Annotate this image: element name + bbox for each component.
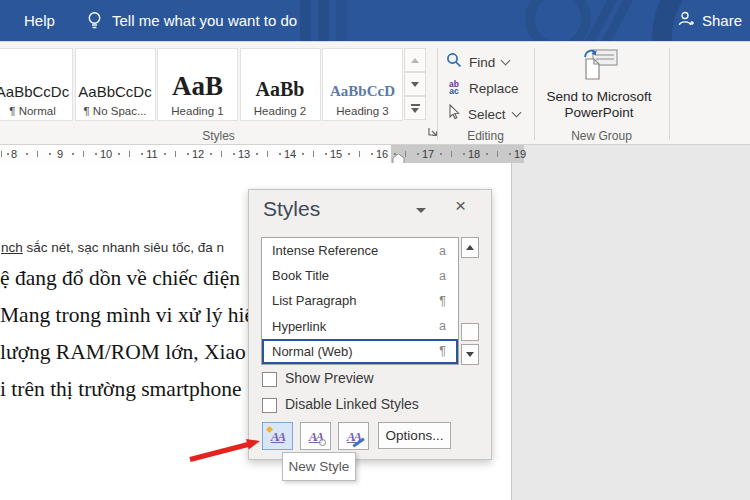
chevron-down-icon bbox=[501, 56, 511, 66]
ruler-tick bbox=[175, 151, 176, 157]
chevron-down-icon bbox=[411, 108, 419, 113]
style-list-item-list-paragraph[interactable]: List Paragraph¶ bbox=[262, 288, 458, 313]
title-bar: Help Tell me what you want to do Share bbox=[0, 0, 750, 41]
ruler-number: 17 bbox=[422, 148, 434, 160]
ruler-number: 16 bbox=[376, 148, 388, 160]
style-gallery-item-normal[interactable]: AaBbCcDc¶ Normal bbox=[0, 48, 73, 121]
scrollbar-thumb[interactable] bbox=[461, 323, 479, 341]
ruler-tick bbox=[7, 153, 9, 155]
ruler-tick bbox=[95, 153, 97, 155]
titlebar-decoration bbox=[318, 0, 329, 41]
paragraph-style-mark: ¶ bbox=[439, 294, 446, 308]
send-to-powerpoint-label: Send to Microsoft PowerPoint bbox=[538, 89, 660, 121]
chevron-down-icon bbox=[511, 108, 521, 118]
style-name: List Paragraph bbox=[272, 293, 357, 308]
document-text-line[interactable]: nch sắc nét, sạc nhanh siêu tốc, đa n bbox=[1, 240, 224, 255]
titlebar-decoration bbox=[525, 0, 591, 41]
chevron-down-icon bbox=[411, 82, 419, 87]
style-list-item-book-title[interactable]: Book Titlea bbox=[262, 263, 458, 288]
ruler-tick bbox=[118, 153, 120, 155]
disable-linked-styles-label: Disable Linked Styles bbox=[285, 396, 419, 412]
style-gallery-item-heading-3[interactable]: AaBbCcDHeading 3 bbox=[322, 48, 403, 121]
style-gallery-item-heading-1[interactable]: AaBHeading 1 bbox=[157, 48, 238, 121]
ruler-number: 19 bbox=[514, 148, 526, 160]
ruler-tick bbox=[37, 151, 38, 157]
ruler-tick bbox=[463, 153, 465, 155]
gallery-more-button[interactable] bbox=[404, 96, 426, 120]
ruler-tick bbox=[359, 151, 360, 157]
select-label: Select bbox=[468, 107, 506, 122]
disable-linked-styles-checkbox[interactable] bbox=[262, 398, 277, 413]
ruler-number: 11 bbox=[146, 148, 157, 160]
style-name: Book Title bbox=[272, 268, 329, 283]
ruler-tick bbox=[233, 153, 235, 155]
tab-help[interactable]: Help bbox=[24, 0, 55, 41]
chevron-down-icon bbox=[466, 352, 474, 357]
find-label: Find bbox=[469, 55, 495, 70]
styles-group-label: Styles bbox=[0, 129, 437, 143]
send-to-powerpoint-button[interactable]: Send to Microsoft PowerPoint bbox=[538, 47, 660, 133]
style-list-item-intense-reference[interactable]: Intense Referencea bbox=[262, 238, 458, 263]
hyperlink-text[interactable]: nch bbox=[1, 240, 23, 255]
document-text-line[interactable]: lượng RAM/ROM lớn, Xiao bbox=[0, 340, 246, 365]
share-label: Share bbox=[702, 12, 742, 29]
style-label: ¶ No Spac... bbox=[83, 105, 146, 117]
ruler-tick bbox=[486, 153, 488, 155]
document-text-line[interactable]: Mang trong mình vi xử lý hiệu bbox=[0, 303, 265, 328]
manage-styles-button[interactable]: AA bbox=[338, 422, 369, 450]
ruler-tick bbox=[405, 151, 406, 157]
share-button[interactable]: Share bbox=[677, 0, 742, 41]
find-button[interactable]: Find bbox=[446, 51, 509, 73]
ruler-tick bbox=[187, 153, 189, 155]
style-label: Heading 3 bbox=[336, 105, 388, 117]
style-list-item-normal-web[interactable]: Normal (Web)¶ bbox=[262, 339, 458, 364]
new-group-label: New Group bbox=[534, 129, 669, 143]
ruler-tick bbox=[497, 151, 498, 157]
ruler-tick bbox=[267, 151, 268, 157]
group-divider bbox=[534, 48, 535, 140]
ruler-tick bbox=[256, 153, 258, 155]
ruler-tick bbox=[26, 153, 28, 155]
ruler-tick bbox=[210, 153, 212, 155]
send-to-powerpoint-icon bbox=[579, 47, 619, 85]
gallery-scroll-up-button[interactable] bbox=[404, 48, 426, 72]
ruler-tick bbox=[1, 151, 2, 157]
character-style-mark: a bbox=[439, 319, 446, 333]
style-gallery-item-no-spac[interactable]: AaBbCcDc¶ No Spac... bbox=[75, 48, 156, 121]
replace-button[interactable]: ab ac Replace bbox=[446, 77, 519, 99]
chevron-up-icon bbox=[411, 58, 419, 63]
chevron-up-icon bbox=[466, 245, 474, 250]
scroll-up-button[interactable] bbox=[461, 237, 479, 258]
ruler-tick bbox=[279, 153, 281, 155]
ruler-number: 13 bbox=[238, 148, 250, 160]
document-text-line[interactable]: ệ đang đổ dồn về chiếc điện bbox=[0, 266, 240, 291]
ruler-tick bbox=[164, 153, 166, 155]
style-preview: AaBbCcDc bbox=[0, 84, 69, 100]
ruler-number: 14 bbox=[284, 148, 296, 160]
show-preview-label: Show Preview bbox=[285, 370, 374, 386]
document-text-line[interactable]: i trên thị trường smartphone bbox=[0, 377, 242, 402]
ruler-tick bbox=[72, 153, 74, 155]
style-list-scrollbar bbox=[461, 237, 479, 365]
lightbulb-icon bbox=[86, 10, 103, 35]
select-button[interactable]: Select bbox=[446, 103, 520, 125]
ruler-tick bbox=[221, 151, 222, 157]
ruler-tick bbox=[129, 151, 130, 157]
gallery-scroll-down-button[interactable] bbox=[404, 72, 426, 96]
close-icon[interactable]: × bbox=[455, 195, 466, 217]
pane-menu-chevron-icon[interactable] bbox=[416, 208, 426, 213]
titlebar-decoration bbox=[300, 0, 311, 41]
magnifier-icon bbox=[319, 439, 326, 446]
style-inspector-button[interactable]: AA bbox=[300, 422, 331, 450]
options-button[interactable]: Options... bbox=[378, 422, 451, 449]
style-name: Normal (Web) bbox=[272, 344, 353, 359]
ruler-tick bbox=[49, 153, 51, 155]
tell-me-box[interactable]: Tell me what you want to do bbox=[112, 0, 297, 41]
share-person-icon bbox=[677, 10, 695, 31]
dialog-launcher-icon[interactable] bbox=[427, 125, 440, 138]
replace-label: Replace bbox=[469, 81, 519, 96]
show-preview-checkbox[interactable] bbox=[262, 372, 277, 387]
style-gallery-item-heading-2[interactable]: AaBbHeading 2 bbox=[240, 48, 321, 121]
scroll-down-button[interactable] bbox=[461, 344, 479, 365]
style-list-item-hyperlink[interactable]: Hyperlinka bbox=[262, 314, 458, 339]
